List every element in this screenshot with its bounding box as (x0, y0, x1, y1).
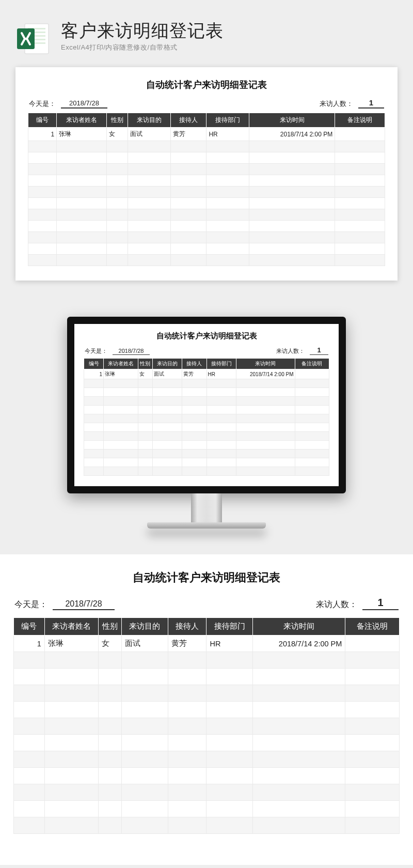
empty-cell (206, 801, 253, 817)
empty-cell (206, 175, 249, 187)
empty-cell (206, 669, 253, 685)
count-value: 1 (362, 597, 399, 610)
empty-cell (57, 187, 107, 198)
empty-cell (99, 817, 122, 834)
empty-cell (253, 669, 345, 685)
empty-cell (253, 801, 345, 817)
cell-sex: 女 (138, 369, 153, 379)
th-time: 来访时间 (236, 359, 295, 369)
empty-cell (295, 423, 329, 432)
empty-cell (128, 221, 171, 232)
empty-cell (295, 414, 329, 423)
empty-cell (104, 467, 138, 476)
meta-count: 来访人数： 1 (276, 346, 328, 355)
empty-cell (138, 406, 153, 414)
th-time: 来访时间 (253, 618, 345, 636)
empty-cell (14, 702, 45, 718)
empty-cell (171, 175, 206, 187)
empty-cell (335, 198, 385, 209)
empty-cell (84, 423, 104, 432)
empty-cell (14, 817, 45, 834)
empty-cell (84, 467, 104, 476)
meta-today: 今天是： 2018/7/28 (14, 599, 115, 610)
empty-cell (57, 175, 107, 187)
empty-cell (153, 432, 182, 441)
empty-cell (345, 751, 400, 768)
th-dept: 接待部门 (206, 618, 253, 636)
empty-cell (249, 198, 335, 209)
empty-cell (28, 198, 57, 209)
empty-cell (57, 243, 107, 255)
empty-cell (44, 801, 99, 817)
empty-cell (182, 450, 207, 458)
empty-cell (182, 414, 207, 423)
cell-note (345, 636, 400, 652)
empty-cell (138, 432, 153, 441)
empty-cell (206, 232, 249, 243)
empty-cell (345, 718, 400, 735)
empty-cell (335, 187, 385, 198)
empty-cell (104, 458, 138, 467)
empty-cell (153, 423, 182, 432)
empty-cell (138, 450, 153, 458)
preview-card: 自动统计客户来访明细登记表 今天是： 2018/7/28 来访人数： 1 编号 … (15, 67, 398, 281)
empty-cell (171, 243, 206, 255)
empty-cell (128, 164, 171, 175)
empty-cell (206, 735, 253, 751)
empty-cell (122, 669, 168, 685)
empty-cell (206, 751, 253, 768)
empty-cell (253, 702, 345, 718)
table-row (84, 432, 329, 441)
empty-cell (345, 669, 400, 685)
empty-cell (295, 388, 329, 397)
empty-cell (128, 175, 171, 187)
empty-cell (206, 152, 249, 164)
empty-cell (122, 768, 168, 784)
empty-cell (14, 751, 45, 768)
empty-cell (99, 735, 122, 751)
empty-cell (249, 175, 335, 187)
cell-dept: HR (206, 369, 236, 379)
empty-cell (168, 784, 206, 801)
empty-cell (107, 255, 128, 266)
empty-cell (104, 423, 138, 432)
th-receiver: 接待人 (171, 113, 206, 128)
meta-row: 今天是： 2018/7/28 来访人数： 1 (28, 98, 385, 109)
empty-cell (168, 702, 206, 718)
empty-cell (104, 432, 138, 441)
empty-cell (84, 388, 104, 397)
hero-titles: 客户来访明细登记表 Excel/A4打印/内容随意修改/自带格式 (61, 21, 398, 52)
meta-count: 来访人数： 1 (320, 98, 384, 109)
empty-cell (168, 751, 206, 768)
empty-cell (206, 467, 236, 476)
empty-cell (153, 397, 182, 406)
table-row (84, 450, 329, 458)
empty-cell (122, 685, 168, 702)
table-row (28, 164, 385, 175)
empty-cell (335, 209, 385, 221)
empty-cell (104, 388, 138, 397)
empty-cell (14, 669, 45, 685)
empty-cell (206, 652, 253, 669)
empty-cell (168, 817, 206, 834)
empty-cell (236, 458, 295, 467)
empty-cell (249, 187, 335, 198)
empty-cell (206, 817, 253, 834)
empty-cell (236, 414, 295, 423)
empty-cell (44, 669, 99, 685)
empty-cell (253, 685, 345, 702)
empty-cell (57, 198, 107, 209)
monitor-stand-neck (191, 493, 222, 522)
empty-cell (128, 141, 171, 152)
empty-cell (206, 388, 236, 397)
empty-cell (182, 467, 207, 476)
empty-cell (84, 458, 104, 467)
empty-cell (99, 801, 122, 817)
empty-cell (107, 243, 128, 255)
cell-note (295, 369, 329, 379)
empty-cell (44, 768, 99, 784)
empty-cell (335, 221, 385, 232)
empty-cell (206, 458, 236, 467)
empty-cell (138, 467, 153, 476)
empty-cell (206, 243, 249, 255)
